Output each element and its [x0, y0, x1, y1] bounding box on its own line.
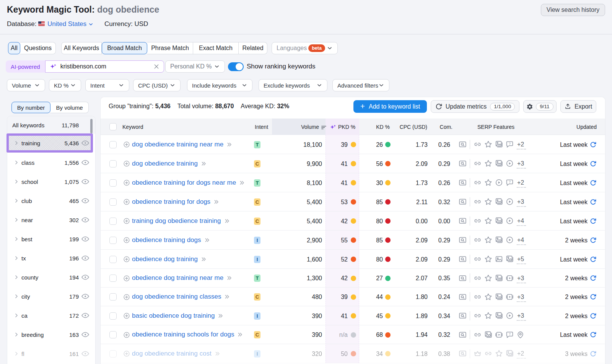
- svg-text:?: ?: [509, 332, 511, 336]
- svg-text:?: ?: [509, 142, 511, 146]
- svg-text:?: ?: [509, 180, 511, 184]
